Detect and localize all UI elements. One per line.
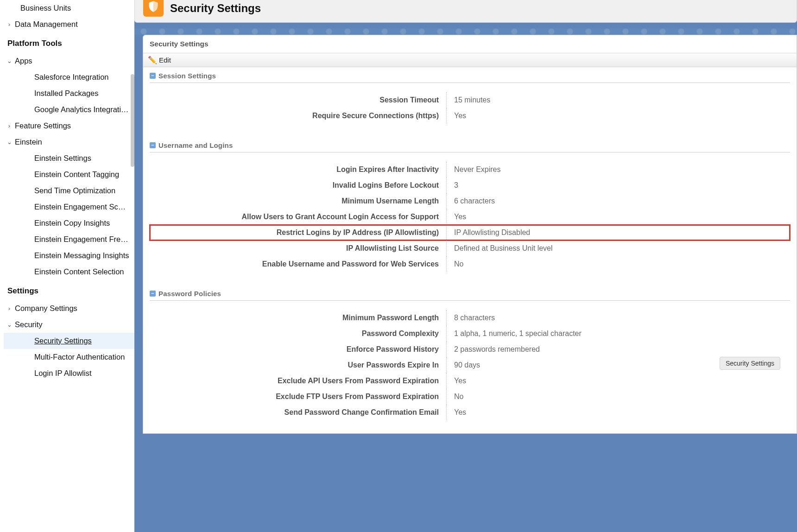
setting-label: Enable Username and Password for Web Ser…: [150, 260, 446, 268]
sidebar-section-settings: Settings: [4, 280, 134, 300]
setting-label: Invalid Logins Before Lockout: [150, 181, 446, 190]
setting-row: User Passwords Expire In90 days: [150, 357, 790, 373]
collapse-icon: −: [150, 73, 156, 79]
setting-value: 15 minutes: [447, 96, 790, 104]
setting-value: 2 passwords remembered: [447, 345, 790, 354]
pencil-icon: ✏️: [148, 56, 157, 64]
sidebar-item-mfa[interactable]: Multi-Factor Authentication: [4, 349, 134, 365]
collapse-icon: −: [150, 291, 156, 297]
sidebar-item-security-settings[interactable]: Security Settings: [4, 333, 134, 349]
setting-label: Restrict Logins by IP Address (IP Allowl…: [150, 228, 446, 237]
sidebar-item-einstein-messaging-insights[interactable]: Einstein Messaging Insights: [4, 247, 134, 264]
setting-label: Exclude API Users From Password Expirati…: [150, 377, 446, 385]
edit-button[interactable]: ✏️ Edit: [143, 53, 797, 67]
shield-icon: [143, 0, 164, 17]
sidebar-item-einstein-content-tagging[interactable]: Einstein Content Tagging: [4, 166, 134, 183]
setting-value: Yes: [447, 112, 790, 120]
chevron-right-icon: ›: [4, 305, 15, 312]
sidebar: Business Units › Data Management Platfor…: [0, 0, 134, 532]
setting-row: Exclude FTP Users From Password Expirati…: [150, 389, 790, 405]
setting-label: Session Timeout: [150, 96, 446, 104]
section-header-password[interactable]: − Password Policies: [150, 285, 790, 301]
collapse-icon: −: [150, 142, 156, 148]
setting-label: IP Allowlisting List Source: [150, 244, 446, 253]
tooltip-security-settings: Security Settings: [720, 357, 780, 370]
content-card: Security Settings ✏️ Edit − Session Sett…: [143, 35, 797, 434]
sidebar-item-einstein-settings[interactable]: Einstein Settings: [4, 150, 134, 166]
chevron-right-icon: ›: [4, 21, 15, 28]
setting-label: Exclude FTP Users From Password Expirati…: [150, 393, 446, 401]
sidebar-item-data-management[interactable]: › Data Management: [4, 16, 134, 32]
setting-row: Minimum Username Length6 characters: [150, 193, 790, 209]
decorative-strip: [134, 28, 797, 35]
setting-row: Exclude API Users From Password Expirati…: [150, 373, 790, 389]
setting-value: Defined at Business Unit level: [447, 244, 790, 253]
sidebar-item-security[interactable]: ⌄ Security: [4, 317, 134, 333]
setting-value: 3: [447, 181, 790, 190]
sidebar-item-send-time-optimization[interactable]: Send Time Optimization: [4, 183, 134, 199]
setting-label: Allow Users to Grant Account Login Acces…: [150, 213, 446, 221]
setting-value: IP Allowlisting Disabled: [447, 228, 790, 237]
setting-value: Yes: [447, 408, 790, 417]
setting-row-ip-allowlisting: Restrict Logins by IP Address (IP Allowl…: [150, 225, 790, 241]
sidebar-item-einstein-content-selection[interactable]: Einstein Content Selection: [4, 264, 134, 280]
edit-label: Edit: [159, 56, 171, 64]
scrollbar-thumb[interactable]: [131, 74, 134, 167]
setting-label: User Passwords Expire In: [150, 361, 446, 369]
sidebar-section-platform-tools: Platform Tools: [4, 32, 134, 53]
setting-label: Minimum Password Length: [150, 314, 446, 322]
main-content: Security Settings Security Settings ✏️ E…: [134, 0, 797, 532]
page-title: Security Settings: [170, 2, 261, 15]
setting-value: No: [447, 393, 790, 401]
setting-value: 1 alpha, 1 numeric, 1 special character: [447, 329, 790, 338]
sidebar-item-google-analytics[interactable]: Google Analytics Integrati…: [4, 101, 134, 118]
setting-label: Login Expires After Inactivity: [150, 165, 446, 174]
setting-row: Enforce Password History2 passwords reme…: [150, 342, 790, 357]
setting-label: Enforce Password History: [150, 345, 446, 354]
setting-row: IP Allowlisting List SourceDefined at Bu…: [150, 241, 790, 256]
section-header-username[interactable]: − Username and Logins: [150, 137, 790, 152]
setting-value: 8 characters: [447, 314, 790, 322]
setting-row: Invalid Logins Before Lockout3: [150, 177, 790, 193]
setting-label: Require Secure Connections (https): [150, 112, 446, 120]
chevron-down-icon: ⌄: [4, 57, 15, 64]
setting-value: No: [447, 260, 790, 268]
sidebar-item-einstein-copy-insights[interactable]: Einstein Copy Insights: [4, 215, 134, 231]
chevron-down-icon: ⌄: [4, 321, 15, 328]
setting-row: Minimum Password Length8 characters: [150, 310, 790, 326]
setting-value: Yes: [447, 377, 790, 385]
sidebar-item-einstein[interactable]: ⌄ Einstein: [4, 134, 134, 150]
sidebar-item-feature-settings[interactable]: › Feature Settings: [4, 118, 134, 134]
sidebar-item-einstein-engagement-frequency[interactable]: Einstein Engagement Freq…: [4, 231, 134, 247]
section-header-session[interactable]: − Session Settings: [150, 67, 790, 83]
setting-value: 6 characters: [447, 197, 790, 205]
sidebar-item-apps[interactable]: ⌄ Apps: [4, 53, 134, 69]
setting-value: Never Expires: [447, 165, 790, 174]
sidebar-item-company-settings[interactable]: › Company Settings: [4, 300, 134, 317]
setting-row: Login Expires After InactivityNever Expi…: [150, 162, 790, 177]
sidebar-item-salesforce-integration[interactable]: Salesforce Integration: [4, 69, 134, 85]
setting-row: Require Secure Connections (https) Yes: [150, 108, 790, 124]
chevron-right-icon: ›: [4, 122, 15, 129]
sidebar-item-business-units[interactable]: Business Units: [4, 0, 134, 16]
sidebar-item-einstein-engagement-scoring[interactable]: Einstein Engagement Scor…: [4, 199, 134, 215]
page-header: Security Settings: [134, 0, 797, 23]
sidebar-item-login-ip-allowlist[interactable]: Login IP Allowlist: [4, 365, 134, 381]
setting-row: Password Complexity1 alpha, 1 numeric, 1…: [150, 326, 790, 342]
setting-row: Send Password Change Confirmation EmailY…: [150, 405, 790, 420]
setting-row: Session Timeout 15 minutes: [150, 92, 790, 108]
setting-label: Password Complexity: [150, 329, 446, 338]
chevron-down-icon: ⌄: [4, 139, 15, 146]
setting-row: Enable Username and Password for Web Ser…: [150, 256, 790, 272]
setting-value: Yes: [447, 213, 790, 221]
setting-label: Minimum Username Length: [150, 197, 446, 205]
sidebar-item-installed-packages[interactable]: Installed Packages: [4, 85, 134, 101]
setting-label: Send Password Change Confirmation Email: [150, 408, 446, 417]
setting-row: Allow Users to Grant Account Login Acces…: [150, 209, 790, 225]
card-title: Security Settings: [143, 35, 797, 53]
